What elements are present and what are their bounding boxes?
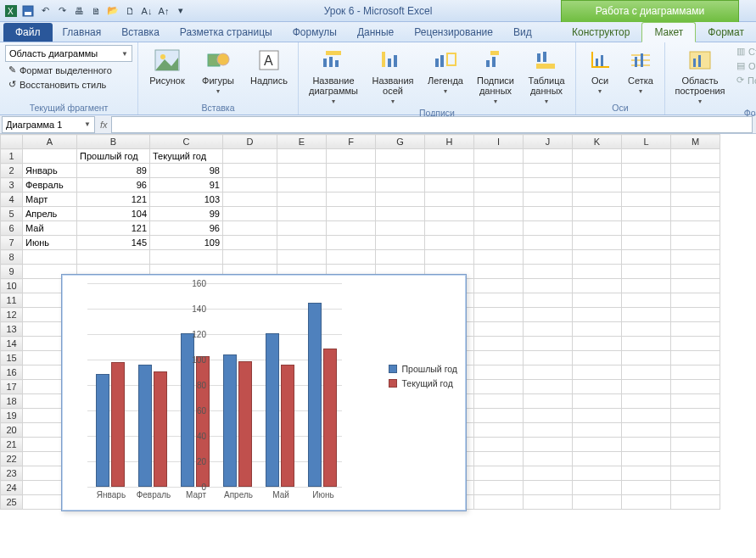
cell[interactable] bbox=[524, 452, 573, 466]
cell[interactable] bbox=[277, 149, 327, 164]
cell[interactable] bbox=[671, 481, 720, 495]
cell[interactable] bbox=[524, 380, 573, 394]
cell[interactable] bbox=[524, 365, 573, 380]
cell[interactable]: 145 bbox=[77, 236, 150, 250]
tab-chart-format[interactable]: Формат bbox=[696, 23, 756, 42]
cell[interactable] bbox=[524, 337, 573, 351]
sort-asc-icon[interactable]: A↓ bbox=[139, 3, 154, 19]
cell[interactable] bbox=[474, 365, 524, 380]
cell[interactable] bbox=[573, 178, 622, 193]
cell[interactable] bbox=[474, 279, 524, 293]
cell[interactable] bbox=[671, 221, 720, 236]
cell[interactable] bbox=[474, 466, 524, 481]
fx-icon[interactable]: fx bbox=[100, 120, 108, 130]
reset-style-button[interactable]: ↺ Восстановить стиль bbox=[5, 78, 109, 91]
column-header[interactable]: H bbox=[425, 135, 474, 149]
cell[interactable] bbox=[474, 293, 524, 308]
tab-chart-layout[interactable]: Макет bbox=[641, 22, 696, 42]
cell[interactable] bbox=[524, 394, 573, 409]
row-header[interactable]: 20 bbox=[1, 423, 23, 438]
cell[interactable]: 96 bbox=[77, 178, 150, 193]
column-header[interactable]: A bbox=[23, 135, 77, 149]
cell[interactable] bbox=[573, 164, 622, 178]
cell[interactable] bbox=[425, 236, 474, 250]
cell[interactable] bbox=[671, 466, 720, 481]
cell[interactable] bbox=[671, 322, 720, 337]
cell[interactable] bbox=[425, 193, 474, 207]
row-header[interactable]: 8 bbox=[1, 250, 23, 265]
axes-button[interactable]: Оси▾ bbox=[581, 45, 619, 97]
cell[interactable] bbox=[150, 250, 223, 265]
cell[interactable] bbox=[622, 193, 671, 207]
cell[interactable] bbox=[277, 178, 327, 193]
cell[interactable] bbox=[622, 351, 671, 365]
cell[interactable] bbox=[474, 149, 524, 164]
cell[interactable] bbox=[573, 293, 622, 308]
cell[interactable] bbox=[524, 322, 573, 337]
cell[interactable] bbox=[23, 149, 77, 164]
cell[interactable] bbox=[671, 293, 720, 308]
tab-page-layout[interactable]: Разметка страницы bbox=[170, 23, 283, 42]
formula-input[interactable] bbox=[111, 116, 753, 133]
cell[interactable] bbox=[376, 236, 425, 250]
cell[interactable] bbox=[524, 265, 573, 279]
cell[interactable] bbox=[573, 466, 622, 481]
name-box[interactable]: Диаграмма 1 ▼ bbox=[2, 116, 95, 133]
cell[interactable]: 98 bbox=[150, 164, 223, 178]
cell[interactable] bbox=[573, 149, 622, 164]
cell[interactable] bbox=[223, 164, 277, 178]
print-preview-icon[interactable]: 🗎 bbox=[88, 3, 104, 19]
cell[interactable] bbox=[327, 236, 376, 250]
cell[interactable] bbox=[573, 495, 622, 510]
column-header[interactable]: M bbox=[671, 135, 720, 149]
cell[interactable] bbox=[573, 380, 622, 394]
bar[interactable] bbox=[266, 333, 279, 488]
cell[interactable]: 96 bbox=[150, 221, 223, 236]
bar[interactable] bbox=[138, 365, 152, 487]
cell[interactable] bbox=[524, 250, 573, 265]
cell[interactable] bbox=[573, 438, 622, 452]
cell[interactable] bbox=[671, 265, 720, 279]
cell[interactable] bbox=[327, 178, 376, 193]
column-header[interactable]: C bbox=[150, 135, 223, 149]
column-header[interactable]: E bbox=[277, 135, 327, 149]
column-header[interactable]: G bbox=[376, 135, 425, 149]
row-header[interactable]: 15 bbox=[1, 351, 23, 365]
cell[interactable] bbox=[622, 164, 671, 178]
cell[interactable] bbox=[524, 178, 573, 193]
cell[interactable] bbox=[671, 149, 720, 164]
legend-item[interactable]: Прошлый год bbox=[389, 364, 457, 374]
cell[interactable] bbox=[671, 337, 720, 351]
cell[interactable] bbox=[474, 193, 524, 207]
tab-view[interactable]: Вид bbox=[503, 23, 542, 42]
row-header[interactable]: 22 bbox=[1, 452, 23, 466]
cell[interactable] bbox=[622, 365, 671, 380]
cell[interactable] bbox=[425, 164, 474, 178]
bar[interactable] bbox=[308, 303, 322, 488]
column-header[interactable]: F bbox=[327, 135, 376, 149]
bar[interactable] bbox=[323, 349, 337, 488]
cell[interactable] bbox=[425, 178, 474, 193]
bar[interactable] bbox=[154, 371, 167, 488]
cell[interactable] bbox=[671, 193, 720, 207]
cell[interactable] bbox=[573, 322, 622, 337]
row-header[interactable]: 19 bbox=[1, 409, 23, 423]
cell[interactable] bbox=[474, 438, 524, 452]
select-all-corner[interactable] bbox=[1, 135, 23, 149]
cell[interactable]: Июнь bbox=[23, 236, 77, 250]
print-icon[interactable]: 🖶 bbox=[71, 3, 87, 19]
cell[interactable] bbox=[524, 164, 573, 178]
cell[interactable] bbox=[223, 149, 277, 164]
open-icon[interactable]: 📂 bbox=[105, 3, 120, 19]
cell[interactable] bbox=[23, 250, 77, 265]
chart-legend[interactable]: Прошлый год Текущий год bbox=[389, 360, 457, 393]
cell[interactable] bbox=[671, 250, 720, 265]
cell[interactable] bbox=[671, 351, 720, 365]
cell[interactable] bbox=[376, 250, 425, 265]
cell[interactable]: 104 bbox=[77, 207, 150, 221]
cell[interactable] bbox=[474, 337, 524, 351]
cell[interactable] bbox=[622, 438, 671, 452]
bar[interactable] bbox=[111, 362, 125, 487]
cell[interactable] bbox=[277, 193, 327, 207]
column-header[interactable]: J bbox=[524, 135, 573, 149]
